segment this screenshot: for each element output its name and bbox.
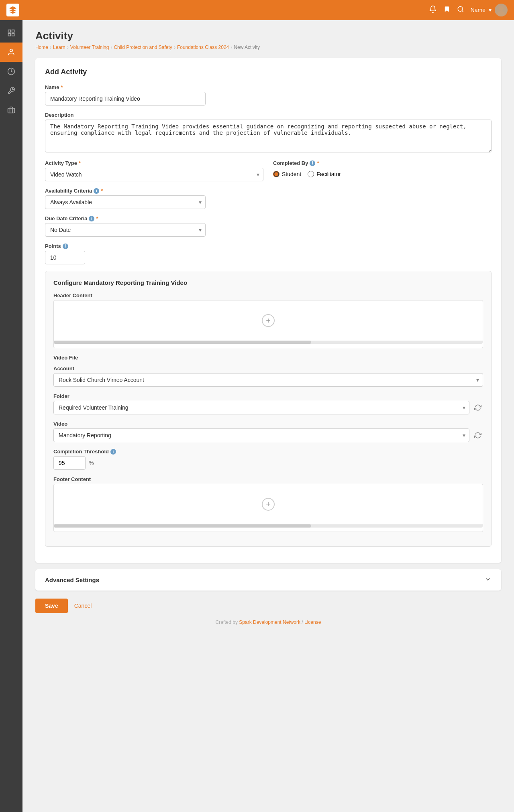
points-label: Points i <box>45 243 492 249</box>
sidebar-item-finance[interactable] <box>0 62 22 81</box>
configure-title: Configure Mandatory Reporting Training V… <box>53 279 483 286</box>
sidebar <box>0 20 22 812</box>
points-input[interactable] <box>45 251 85 264</box>
breadcrumb-foundations[interactable]: Foundations Class 2024 <box>177 45 229 50</box>
folder-refresh-button[interactable] <box>473 402 483 413</box>
availability-label: Availability Criteria i * <box>45 188 206 194</box>
footer-add-button[interactable]: + <box>262 498 275 511</box>
notifications-icon[interactable] <box>429 5 437 15</box>
video-file-label: Video File <box>53 355 483 361</box>
due-date-group: Due Date Criteria i * No Date Specific D… <box>45 215 206 237</box>
video-group: Video Mandatory Reporting ▾ <box>53 421 483 442</box>
account-select[interactable]: Rock Solid Church Vimeo Account <box>53 373 483 387</box>
footer-content-group: Footer Content + <box>53 476 483 532</box>
search-icon[interactable] <box>457 6 464 15</box>
sidebar-item-reporting[interactable] <box>0 100 22 120</box>
footer-scrollbar <box>54 524 483 528</box>
video-file-group: Video File Account Rock Solid Church Vim… <box>53 355 483 442</box>
video-refresh-button[interactable] <box>473 430 483 441</box>
sidebar-item-people[interactable] <box>0 43 22 62</box>
card-title: Add Activity <box>45 68 492 76</box>
availability-select[interactable]: Always Available Date Range Enrollment <box>45 195 206 209</box>
completion-threshold-label: Completion Threshold i <box>53 449 483 455</box>
bookmark-icon[interactable] <box>443 5 451 15</box>
main-content: Activity Home › Learn › Volunteer Traini… <box>22 20 514 812</box>
avatar <box>495 4 508 16</box>
logo[interactable] <box>6 4 19 16</box>
breadcrumb-learn[interactable]: Learn <box>53 45 65 50</box>
folder-label: Folder <box>53 393 483 399</box>
svg-line-1 <box>462 10 463 12</box>
sidebar-item-dashboard[interactable] <box>0 23 22 43</box>
radio-facilitator[interactable]: Facilitator <box>308 171 341 177</box>
due-date-select[interactable]: No Date Specific Date Enrollment-Based <box>45 223 206 237</box>
folder-select[interactable]: Required Volunteer Training <box>53 401 469 414</box>
header-add-button[interactable]: + <box>262 314 275 327</box>
configure-section: Configure Mandatory Reporting Training V… <box>45 271 492 547</box>
video-select[interactable]: Mandatory Reporting <box>53 428 469 442</box>
activity-type-row: Activity Type * Video Watch External Lin… <box>45 160 492 181</box>
completion-threshold-input[interactable] <box>53 456 86 470</box>
user-name: Name <box>471 7 485 13</box>
name-field-group: Name * <box>45 84 492 106</box>
name-required: * <box>61 84 63 90</box>
advanced-settings-title: Advanced Settings <box>45 577 99 583</box>
sidebar-item-tools[interactable] <box>0 81 22 100</box>
user-dropdown-arrow: ▾ <box>489 7 492 13</box>
due-date-info-icon[interactable]: i <box>89 216 94 221</box>
description-field-group: Description <box>45 112 492 154</box>
name-label: Name * <box>45 84 492 90</box>
footer-content-editor[interactable]: + <box>53 484 483 532</box>
svg-point-2 <box>499 6 504 11</box>
svg-rect-6 <box>12 34 14 36</box>
due-date-label: Due Date Criteria i * <box>45 215 206 221</box>
description-label: Description <box>45 112 492 118</box>
top-navigation: Name ▾ <box>0 0 514 20</box>
folder-group: Folder Required Volunteer Training ▾ <box>53 393 483 414</box>
availability-group: Availability Criteria i * Always Availab… <box>45 188 206 209</box>
breadcrumb-home[interactable]: Home <box>35 45 48 50</box>
availability-info-icon[interactable]: i <box>94 188 99 194</box>
page-footer: Crafted by Spark Development Network / L… <box>35 613 501 631</box>
points-info-icon[interactable]: i <box>63 244 68 249</box>
breadcrumb-child-protection[interactable]: Child Protection and Safety <box>114 45 172 50</box>
svg-rect-10 <box>8 108 15 113</box>
svg-point-0 <box>458 6 463 11</box>
completed-by-radio-group: Student Facilitator <box>273 168 492 177</box>
breadcrumb-current: New Activity <box>234 45 260 50</box>
add-activity-card: Add Activity Name * Description <box>35 58 501 563</box>
header-content-editor[interactable]: + <box>53 300 483 348</box>
svg-rect-5 <box>12 30 14 32</box>
action-buttons: Save Cancel <box>35 599 501 613</box>
advanced-settings-section[interactable]: Advanced Settings <box>35 569 501 591</box>
svg-point-3 <box>497 11 505 16</box>
save-button[interactable]: Save <box>35 599 68 613</box>
user-menu[interactable]: Name ▾ <box>471 4 508 16</box>
breadcrumb-volunteer[interactable]: Volunteer Training <box>70 45 109 50</box>
activity-type-group: Activity Type * Video Watch External Lin… <box>45 160 263 181</box>
spark-link[interactable]: Spark Development Network <box>239 619 300 625</box>
footer-content-label: Footer Content <box>53 476 483 482</box>
breadcrumb: Home › Learn › Volunteer Training › Chil… <box>35 45 501 50</box>
completion-threshold-info-icon[interactable]: i <box>110 449 116 455</box>
header-content-group: Header Content + <box>53 292 483 348</box>
completed-by-info-icon[interactable]: i <box>310 160 315 166</box>
completed-by-group: Completed By i * Student Facilitator <box>273 160 492 181</box>
description-input[interactable] <box>45 120 492 152</box>
cancel-button[interactable]: Cancel <box>74 603 92 609</box>
threshold-unit: % <box>89 460 94 466</box>
svg-rect-4 <box>8 30 11 32</box>
header-scrollbar <box>54 341 483 344</box>
name-input[interactable] <box>45 92 206 106</box>
page-title: Activity <box>35 30 501 42</box>
advanced-settings-chevron <box>484 576 492 584</box>
activity-type-label: Activity Type * <box>45 160 263 166</box>
license-link[interactable]: License <box>304 619 321 625</box>
radio-student[interactable]: Student <box>273 171 301 177</box>
activity-type-select[interactable]: Video Watch External Link Assessment Con… <box>45 168 263 181</box>
svg-point-8 <box>10 49 13 52</box>
completion-threshold-group: Completion Threshold i % <box>53 449 483 470</box>
account-label: Account <box>53 365 483 371</box>
header-content-label: Header Content <box>53 292 483 298</box>
svg-rect-7 <box>8 34 11 36</box>
